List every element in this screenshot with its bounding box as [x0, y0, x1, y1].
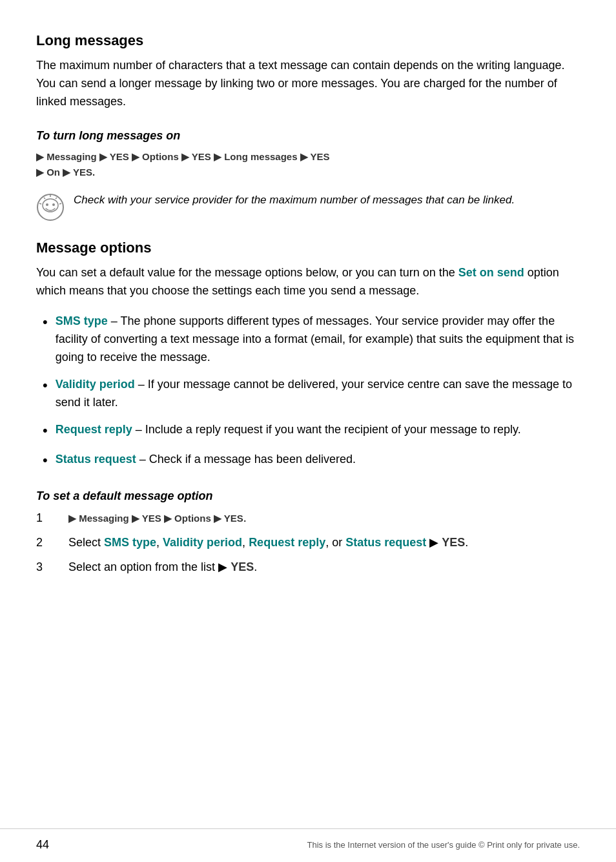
step2-request-reply: Request reply [249, 536, 325, 549]
note-text: Check with your service provider for the… [74, 192, 515, 209]
long-messages-section: Long messages The maximum number of char… [36, 32, 580, 221]
svg-point-3 [52, 203, 55, 206]
list-item: 2 Select SMS type, Validity period, Requ… [36, 534, 580, 552]
step1-nav: ▶ Messaging ▶ YES ▶ Options ▶ YES [68, 513, 243, 524]
turn-on-subsection: To turn long messages on ▶ Messaging ▶ Y… [36, 129, 580, 221]
status-request-highlight: Status request [56, 453, 136, 466]
list-item: • Validity period – If your message cann… [43, 376, 580, 412]
nav-text-line1: ▶ Messaging ▶ YES ▶ Options ▶ YES ▶ Long… [36, 151, 330, 162]
svg-line-7 [44, 198, 45, 199]
svg-point-1 [43, 199, 58, 212]
page-content: Long messages The maximum number of char… [0, 0, 616, 639]
sms-type-text: – The phone supports different types of … [56, 314, 574, 364]
svg-line-5 [56, 198, 57, 199]
note-box: Check with your service provider for the… [36, 192, 580, 221]
default-option-subsection: To set a default message option 1 ▶ Mess… [36, 489, 580, 577]
nav-text-line2: ▶ On ▶ YES. [36, 167, 95, 178]
request-reply-highlight: Request reply [56, 423, 132, 436]
list-item: • Status request – Check if a message ha… [43, 451, 580, 471]
bullet-content: SMS type – The phone supports different … [56, 313, 580, 367]
message-options-list: • SMS type – The phone supports differen… [43, 313, 580, 471]
step-number: 2 [36, 534, 68, 552]
default-option-steps: 1 ▶ Messaging ▶ YES ▶ Options ▶ YES. 2 S… [36, 509, 580, 577]
intro-text-1: You can set a default value for the mess… [36, 266, 458, 279]
svg-line-8 [39, 203, 41, 204]
step-number: 1 [36, 509, 68, 528]
step2-validity: Validity period [163, 536, 242, 549]
long-messages-title: Long messages [36, 32, 580, 49]
bullet-content: Status request – Check if a message has … [56, 451, 580, 469]
bullet-icon: • [43, 311, 48, 333]
step-content: ▶ Messaging ▶ YES ▶ Options ▶ YES. [68, 509, 580, 528]
turn-on-title: To turn long messages on [36, 129, 580, 143]
bullet-icon: • [43, 375, 48, 396]
list-item: 1 ▶ Messaging ▶ YES ▶ Options ▶ YES. [36, 509, 580, 528]
info-icon [36, 193, 65, 221]
step2-yes: YES [442, 536, 465, 549]
status-request-text: – Check if a message has been delivered. [136, 453, 356, 466]
set-on-send-highlight: Set on send [458, 266, 524, 279]
page-number: 44 [36, 838, 49, 852]
step1-period: . [243, 511, 247, 524]
request-reply-text: – Include a reply request if you want th… [132, 423, 521, 436]
page-footer: 44 This is the Internet version of the u… [0, 828, 616, 862]
list-item: 3 Select an option from the list ▶ YES. [36, 559, 580, 577]
message-options-title: Message options [36, 240, 580, 256]
message-options-intro: You can set a default value for the mess… [36, 264, 580, 300]
sms-type-highlight: SMS type [56, 314, 108, 327]
nav-instruction-1: ▶ Messaging ▶ YES ▶ Options ▶ YES ▶ Long… [36, 149, 580, 180]
svg-point-0 [37, 194, 63, 220]
default-option-title: To set a default message option [36, 489, 580, 503]
step2-status-request: Status request [345, 536, 426, 549]
validity-period-highlight: Validity period [56, 378, 135, 391]
bullet-icon: • [43, 449, 48, 471]
step-content: Select an option from the list ▶ YES. [68, 559, 580, 577]
svg-point-2 [46, 203, 48, 206]
step-number: 3 [36, 559, 68, 577]
step-content: Select SMS type, Validity period, Reques… [68, 534, 580, 552]
list-item: • Request reply – Include a reply reques… [43, 421, 580, 442]
bullet-icon: • [43, 420, 48, 442]
footer-note: This is the Internet version of the user… [307, 840, 580, 850]
step3-yes: YES [231, 560, 254, 573]
bullet-content: Request reply – Include a reply request … [56, 421, 580, 439]
svg-line-6 [59, 203, 61, 204]
message-options-section: Message options You can set a default va… [36, 240, 580, 471]
long-messages-body: The maximum number of characters that a … [36, 57, 580, 111]
step2-sms-type: SMS type [104, 536, 156, 549]
bullet-content: Validity period – If your message cannot… [56, 376, 580, 412]
list-item: • SMS type – The phone supports differen… [43, 313, 580, 367]
